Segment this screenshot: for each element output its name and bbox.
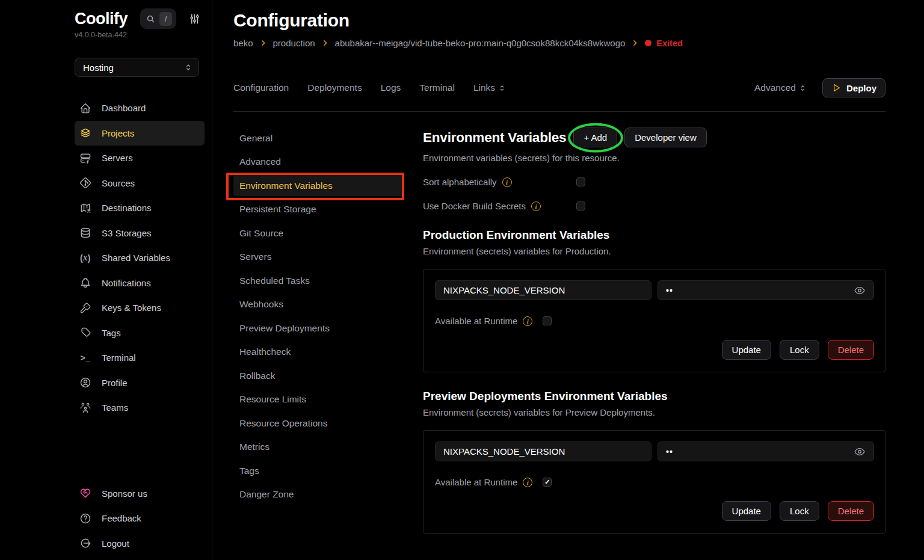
- submenu-item-git-source[interactable]: Git Source: [233, 223, 404, 244]
- update-button[interactable]: Update: [722, 340, 771, 360]
- status-dot-icon: [645, 40, 651, 46]
- breadcrumb-project[interactable]: beko: [233, 38, 253, 48]
- available-at-runtime-row: Available at Runtime: [435, 477, 874, 487]
- sidebar-item-feedback[interactable]: Feedback: [75, 506, 205, 531]
- sidebar-footer: Sponsor us Feedback Logout: [75, 481, 205, 556]
- submenu-item-metrics[interactable]: Metrics: [233, 437, 404, 458]
- submenu-item-advanced[interactable]: Advanced: [233, 152, 404, 173]
- tab-deployments[interactable]: Deployments: [307, 82, 362, 93]
- breadcrumb-resource[interactable]: abubakar--meigag/vid-tube-beko-pro:main-…: [335, 38, 626, 48]
- submenu-item-resource-limits[interactable]: Resource Limits: [233, 389, 404, 410]
- env-variable-card: •• Available at Runtime Update Loc: [423, 430, 886, 534]
- sidebar-item-terminal[interactable]: >_ Terminal: [75, 345, 205, 371]
- sidebar: Coolify / v4.0.0-beta.442 Hosting: [0, 0, 212, 560]
- database-icon: [79, 227, 92, 239]
- advanced-dropdown[interactable]: Advanced: [754, 82, 807, 93]
- settings-submenu: General Advanced Environment Variables P…: [233, 128, 404, 534]
- map-icon: [79, 202, 92, 214]
- chevron-right-icon: [631, 39, 639, 47]
- chevron-right-icon: [321, 39, 329, 47]
- sidebar-item-servers[interactable]: Servers: [75, 146, 205, 171]
- sidebar-item-sponsor-us[interactable]: Sponsor us: [75, 481, 205, 506]
- sidebar-item-keys-tokens[interactable]: Keys & Tokens: [75, 295, 205, 321]
- app-version: v4.0.0-beta.442: [75, 31, 205, 39]
- sort-alphabetically-row: Sort alphabetically: [423, 177, 886, 187]
- variable-name-input[interactable]: [435, 280, 651, 300]
- eye-icon[interactable]: [854, 285, 866, 297]
- submenu-item-tags[interactable]: Tags: [233, 460, 404, 481]
- sidebar-menu: Dashboard Projects Servers Sources Desti…: [75, 96, 205, 420]
- variable-value-input[interactable]: ••: [658, 280, 874, 300]
- sort-alphabetically-checkbox[interactable]: [576, 177, 585, 186]
- sidebar-item-sources[interactable]: Sources: [75, 171, 205, 196]
- user-circle-icon: [79, 377, 92, 389]
- sidebar-item-profile[interactable]: Profile: [75, 371, 205, 396]
- available-at-runtime-checkbox[interactable]: [543, 316, 552, 325]
- docker-build-secrets-checkbox[interactable]: [576, 202, 585, 211]
- submenu-item-general[interactable]: General: [233, 128, 404, 149]
- sidebar-item-projects[interactable]: Projects: [75, 121, 205, 146]
- sidebar-item-shared-variables[interactable]: (x) Shared Variables: [75, 245, 205, 271]
- sidebar-item-s3-storages[interactable]: S3 Storages: [75, 221, 205, 246]
- page-title: Configuration: [233, 10, 886, 31]
- home-icon: [79, 102, 92, 114]
- chevron-updown-icon: [498, 84, 506, 92]
- heart-icon: [79, 487, 92, 499]
- sidebar-item-dashboard[interactable]: Dashboard: [75, 96, 205, 121]
- tab-logs[interactable]: Logs: [381, 82, 401, 93]
- production-section-description: Environment (secrets) variables for Prod…: [423, 246, 886, 256]
- app-logo: Coolify: [75, 10, 128, 28]
- layers-icon: [79, 127, 92, 139]
- server-icon: [79, 152, 92, 164]
- settings-sliders-icon[interactable]: [189, 13, 200, 25]
- tag-icon: [79, 327, 92, 339]
- sidebar-item-teams[interactable]: Teams: [75, 395, 205, 420]
- available-at-runtime-checkbox[interactable]: [543, 478, 552, 487]
- tab-terminal[interactable]: Terminal: [419, 82, 455, 93]
- sidebar-item-notifications[interactable]: Notifications: [75, 271, 205, 296]
- users-icon: [79, 402, 92, 414]
- breadcrumb-environment[interactable]: production: [273, 38, 315, 48]
- tab-links-dropdown[interactable]: Links: [473, 82, 506, 93]
- submenu-item-resource-operations[interactable]: Resource Operations: [233, 413, 404, 434]
- submenu-item-servers[interactable]: Servers: [233, 247, 404, 268]
- git-icon: [79, 177, 92, 189]
- search-button[interactable]: /: [140, 8, 176, 29]
- add-variable-button[interactable]: + Add: [573, 128, 617, 147]
- developer-view-button[interactable]: Developer view: [624, 128, 707, 147]
- variable-icon: (x): [79, 253, 92, 263]
- lock-button[interactable]: Lock: [780, 340, 819, 360]
- preview-section-description: Environment (secrets) variables for Prev…: [423, 407, 886, 417]
- submenu-item-environment-variables[interactable]: Environment Variables: [233, 175, 404, 196]
- submenu-item-persistent-storage[interactable]: Persistent Storage: [233, 199, 404, 220]
- submenu-item-healthcheck[interactable]: Healthcheck: [233, 342, 404, 363]
- production-section-title: Production Environment Variables: [423, 229, 886, 242]
- panel-title: Environment Variables: [423, 130, 566, 146]
- chevron-updown-icon: [799, 84, 807, 92]
- lock-button[interactable]: Lock: [780, 501, 819, 521]
- app-root: Coolify / v4.0.0-beta.442 Hosting: [0, 0, 924, 560]
- delete-button[interactable]: Delete: [828, 340, 874, 360]
- team-select[interactable]: Hosting: [75, 58, 199, 77]
- chevron-updown-icon: [184, 63, 192, 72]
- delete-button[interactable]: Delete: [828, 501, 874, 521]
- sidebar-item-destinations[interactable]: Destinations: [75, 195, 205, 221]
- chevron-right-icon: [259, 39, 267, 47]
- submenu-item-rollback[interactable]: Rollback: [233, 365, 404, 386]
- environment-variables-panel: Environment Variables + Add Developer vi…: [423, 128, 886, 534]
- eye-icon[interactable]: [854, 446, 866, 458]
- variable-name-input[interactable]: [435, 442, 651, 461]
- variable-value-input[interactable]: ••: [658, 442, 874, 461]
- breadcrumb: beko production abubakar--meigag/vid-tub…: [233, 38, 886, 48]
- search-icon: [146, 14, 155, 23]
- submenu-item-danger-zone[interactable]: Danger Zone: [233, 484, 404, 505]
- submenu-item-scheduled-tasks[interactable]: Scheduled Tasks: [233, 270, 404, 291]
- deploy-button[interactable]: Deploy: [822, 78, 886, 97]
- tab-configuration[interactable]: Configuration: [233, 82, 289, 93]
- available-at-runtime-row: Available at Runtime: [435, 316, 874, 326]
- submenu-item-preview-deployments[interactable]: Preview Deployments: [233, 318, 404, 339]
- update-button[interactable]: Update: [722, 501, 771, 521]
- submenu-item-webhooks[interactable]: Webhooks: [233, 294, 404, 315]
- sidebar-item-tags[interactable]: Tags: [75, 321, 205, 346]
- sidebar-item-logout[interactable]: Logout: [75, 531, 205, 556]
